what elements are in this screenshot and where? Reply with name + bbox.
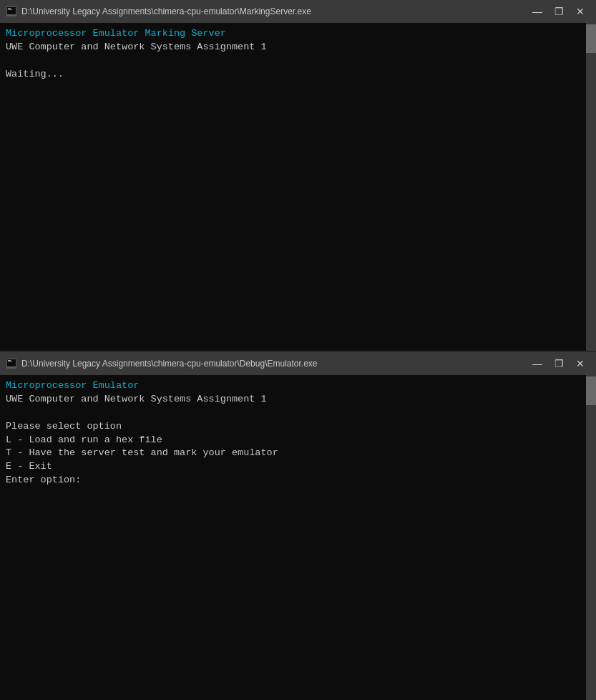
bottom-window-controls: — ❐ ✕: [527, 356, 590, 371]
top-window-controls: — ❐ ✕: [527, 4, 590, 19]
top-scrollbar-track[interactable]: [586, 23, 596, 351]
top-scrollbar-thumb[interactable]: [586, 24, 596, 53]
bottom-restore-button[interactable]: ❐: [549, 356, 569, 371]
bottom-line7: E - Exit: [6, 461, 52, 472]
bottom-title-text: D:\University Legacy Assignments\chimera…: [21, 359, 318, 369]
bottom-minimize-button[interactable]: —: [527, 356, 547, 371]
top-console-body: Microprocessor Emulator Marking Server U…: [0, 23, 596, 351]
bottom-line8: Enter option:: [6, 475, 81, 485]
top-console-text: Microprocessor Emulator Marking Server U…: [6, 27, 590, 82]
top-line4: Waiting...: [6, 69, 64, 79]
top-title-text: D:\University Legacy Assignments\chimera…: [21, 6, 311, 16]
bottom-line2: UWE Computer and Network Systems Assignm…: [6, 394, 267, 404]
bottom-line6: T - Have the server test and mark your e…: [6, 447, 278, 458]
top-console-icon: [6, 6, 17, 17]
bottom-console-icon: [6, 358, 17, 369]
bottom-scrollbar-thumb[interactable]: [586, 376, 596, 405]
top-console-window: D:\University Legacy Assignments\chimera…: [0, 0, 596, 351]
bottom-title-bar: D:\University Legacy Assignments\chimera…: [0, 352, 596, 375]
svg-rect-2: [8, 8, 11, 9]
bottom-console-text: Microprocessor Emulator UWE Computer and…: [6, 379, 590, 487]
top-close-button[interactable]: ✕: [570, 4, 590, 19]
svg-rect-3: [8, 9, 12, 10]
bottom-console-body: Microprocessor Emulator UWE Computer and…: [0, 375, 596, 700]
bottom-title-bar-left: D:\University Legacy Assignments\chimera…: [6, 358, 318, 369]
top-restore-button[interactable]: ❐: [549, 4, 569, 19]
svg-rect-6: [8, 360, 11, 361]
top-line2: UWE Computer and Network Systems Assignm…: [6, 42, 267, 52]
bottom-scrollbar-track[interactable]: [586, 375, 596, 700]
bottom-line5: L - Load and run a hex file: [6, 434, 162, 445]
top-title-bar-left: D:\University Legacy Assignments\chimera…: [6, 6, 311, 17]
top-title-bar: D:\University Legacy Assignments\chimera…: [0, 0, 596, 23]
svg-rect-7: [8, 361, 12, 362]
top-minimize-button[interactable]: —: [527, 4, 547, 19]
bottom-close-button[interactable]: ✕: [570, 356, 590, 371]
bottom-console-window: D:\University Legacy Assignments\chimera…: [0, 352, 596, 700]
bottom-line1: Microprocessor Emulator: [6, 380, 139, 391]
bottom-line4: Please select option: [6, 421, 122, 432]
top-line1: Microprocessor Emulator Marking Server: [6, 28, 226, 39]
